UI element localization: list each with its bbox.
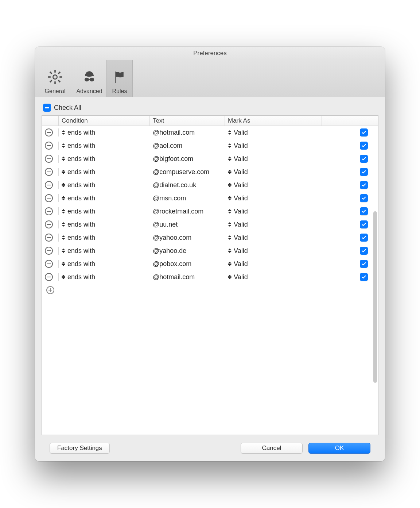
header-mark[interactable]: Mark As <box>225 116 305 126</box>
svg-line-6 <box>58 72 60 74</box>
mark-value[interactable]: Valid <box>234 234 248 242</box>
text-value[interactable]: @msn.com <box>153 195 186 202</box>
remove-row-button[interactable] <box>45 273 53 281</box>
condition-stepper[interactable] <box>62 183 65 187</box>
condition-value[interactable]: ends with <box>67 260 95 268</box>
remove-row-button[interactable] <box>45 220 53 228</box>
condition-value[interactable]: ends with <box>67 208 95 215</box>
remove-row-button[interactable] <box>45 260 53 268</box>
mark-value[interactable]: Valid <box>234 129 248 136</box>
tab-general[interactable]: General <box>38 60 72 97</box>
text-value[interactable]: @dialnet.co.uk <box>153 181 196 189</box>
text-value[interactable]: @uu.net <box>153 221 178 228</box>
header-condition[interactable]: Condition <box>59 116 150 126</box>
mark-stepper[interactable] <box>228 196 232 200</box>
remove-row-button[interactable] <box>45 181 53 189</box>
condition-stepper[interactable] <box>62 235 65 240</box>
remove-row-button[interactable] <box>45 155 53 163</box>
text-value[interactable]: @yahoo.de <box>153 247 186 255</box>
condition-stepper[interactable] <box>62 275 65 279</box>
row-enabled-checkbox[interactable] <box>360 194 368 202</box>
header-gap <box>322 116 372 126</box>
row-enabled-checkbox[interactable] <box>360 155 368 163</box>
row-enabled-checkbox[interactable] <box>360 273 368 281</box>
factory-settings-button[interactable]: Factory Settings <box>50 443 110 454</box>
remove-row-button[interactable] <box>45 247 53 255</box>
add-row <box>42 284 378 297</box>
tab-advanced[interactable]: Advanced <box>72 60 106 97</box>
mark-stepper[interactable] <box>228 262 232 266</box>
mark-value[interactable]: Valid <box>234 195 248 202</box>
remove-row-button[interactable] <box>45 207 53 215</box>
mark-stepper[interactable] <box>228 235 232 240</box>
condition-value[interactable]: ends with <box>67 273 95 281</box>
add-row-button[interactable] <box>46 286 54 294</box>
mark-stepper[interactable] <box>228 143 232 148</box>
mark-stepper[interactable] <box>228 249 232 253</box>
mark-stepper[interactable] <box>228 209 232 213</box>
mark-stepper[interactable] <box>228 157 232 161</box>
text-value[interactable]: @hotmail.com <box>153 273 195 281</box>
condition-value[interactable]: ends with <box>67 155 95 163</box>
condition-value[interactable]: ends with <box>67 181 95 189</box>
condition-stepper[interactable] <box>62 209 65 213</box>
row-enabled-checkbox[interactable] <box>360 142 368 150</box>
mark-value[interactable]: Valid <box>234 155 248 163</box>
row-enabled-checkbox[interactable] <box>360 247 368 255</box>
text-value[interactable]: @compuserve.com <box>153 168 209 176</box>
condition-value[interactable]: ends with <box>67 234 95 242</box>
text-value[interactable]: @yahoo.com <box>153 234 191 242</box>
tab-rules[interactable]: Rules <box>106 60 133 97</box>
header-text[interactable]: Text <box>150 116 225 126</box>
remove-row-button[interactable] <box>45 168 53 176</box>
text-value[interactable]: @pobox.com <box>153 260 191 268</box>
check-all-checkbox[interactable] <box>43 104 51 112</box>
mark-stepper[interactable] <box>228 170 232 174</box>
mark-value[interactable]: Valid <box>234 181 248 189</box>
condition-stepper[interactable] <box>62 222 65 227</box>
mark-stepper[interactable] <box>228 275 232 279</box>
remove-row-button[interactable] <box>45 128 53 136</box>
row-enabled-checkbox[interactable] <box>360 128 368 136</box>
mark-value[interactable]: Valid <box>234 247 248 255</box>
condition-stepper[interactable] <box>62 262 65 266</box>
row-enabled-checkbox[interactable] <box>360 181 368 189</box>
remove-row-button[interactable] <box>45 194 53 202</box>
condition-value[interactable]: ends with <box>67 247 95 255</box>
mark-value[interactable]: Valid <box>234 273 248 281</box>
table-row: ends with @hotmail.com Valid <box>42 126 378 139</box>
row-enabled-checkbox[interactable] <box>360 234 368 242</box>
condition-stepper[interactable] <box>62 170 65 174</box>
condition-stepper[interactable] <box>62 249 65 253</box>
text-value[interactable]: @bigfoot.com <box>153 155 193 163</box>
condition-value[interactable]: ends with <box>67 168 95 176</box>
mark-value[interactable]: Valid <box>234 168 248 176</box>
mark-value[interactable]: Valid <box>234 221 248 228</box>
ok-button[interactable]: OK <box>308 443 370 454</box>
condition-stepper[interactable] <box>62 143 65 148</box>
condition-stepper[interactable] <box>62 196 65 200</box>
mark-value[interactable]: Valid <box>234 208 248 215</box>
mark-value[interactable]: Valid <box>234 142 248 150</box>
remove-row-button[interactable] <box>45 234 53 242</box>
scrollbar-thumb[interactable] <box>373 211 377 383</box>
condition-value[interactable]: ends with <box>67 195 95 202</box>
text-value[interactable]: @aol.com <box>153 142 182 150</box>
row-enabled-checkbox[interactable] <box>360 207 368 215</box>
row-enabled-checkbox[interactable] <box>360 260 368 268</box>
mark-stepper[interactable] <box>228 222 232 227</box>
mark-value[interactable]: Valid <box>234 260 248 268</box>
condition-value[interactable]: ends with <box>67 221 95 228</box>
cancel-button[interactable]: Cancel <box>241 443 303 454</box>
condition-value[interactable]: ends with <box>67 142 95 150</box>
text-value[interactable]: @rocketmail.com <box>153 208 203 215</box>
mark-stepper[interactable] <box>228 130 232 135</box>
row-enabled-checkbox[interactable] <box>360 220 368 228</box>
condition-stepper[interactable] <box>62 130 65 135</box>
row-enabled-checkbox[interactable] <box>360 168 368 176</box>
text-value[interactable]: @hotmail.com <box>153 129 195 136</box>
condition-value[interactable]: ends with <box>67 129 95 136</box>
condition-stepper[interactable] <box>62 157 65 161</box>
mark-stepper[interactable] <box>228 183 232 187</box>
remove-row-button[interactable] <box>45 142 53 150</box>
